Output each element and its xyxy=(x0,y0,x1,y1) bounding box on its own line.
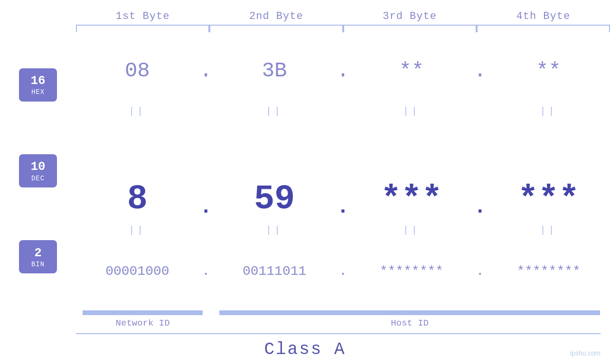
hex-val-1: 08 xyxy=(76,59,199,83)
dec-val-2: 59 xyxy=(213,180,336,219)
equals-2-4: || xyxy=(487,225,610,236)
dec-val-4: *** xyxy=(487,180,610,219)
dec-val-3: *** xyxy=(350,180,473,219)
class-label-row: Class A xyxy=(0,340,610,359)
bin-badge-label: BIN xyxy=(31,261,45,268)
equals-1-2: || xyxy=(213,106,336,117)
equals-1-4: || xyxy=(487,106,610,117)
hex-val-4: ** xyxy=(487,59,610,83)
network-bracket-line xyxy=(83,310,203,315)
bin-dot-3: . xyxy=(473,264,487,279)
dec-badge: 10 DEC xyxy=(19,154,57,187)
bin-val-3: ******** xyxy=(350,264,473,279)
bin-badge: 2 BIN xyxy=(19,240,57,273)
hex-dot-3: . xyxy=(473,59,487,83)
full-bracket-line xyxy=(76,333,601,334)
top-brackets xyxy=(76,25,610,32)
byte-header-1: 1st Byte xyxy=(76,10,209,22)
bin-dot-1: . xyxy=(199,264,213,279)
byte-header-2: 2nd Byte xyxy=(209,10,343,22)
dec-badge-label: DEC xyxy=(31,175,45,182)
full-bottom-bracket xyxy=(0,333,610,334)
bracket-byte-2 xyxy=(209,25,343,32)
network-id-label: Network ID xyxy=(116,318,170,328)
equals-1-3: || xyxy=(350,106,473,117)
host-bracket-line xyxy=(219,310,600,315)
bin-val-1: 00001000 xyxy=(76,264,199,279)
watermark: ipshu.com xyxy=(570,349,601,357)
class-label: Class A xyxy=(264,340,346,359)
dec-row: 8 . 59 . *** . *** xyxy=(76,118,610,224)
dec-dot-2: . xyxy=(336,195,350,219)
byte-header-4: 4th Byte xyxy=(477,10,610,22)
badge-column: 16 HEX 10 DEC 2 BIN xyxy=(0,32,76,309)
dec-val-1: 8 xyxy=(76,180,199,219)
bracket-byte-1 xyxy=(76,25,209,32)
network-id-bracket: Network ID xyxy=(76,310,209,328)
bin-badge-number: 2 xyxy=(34,246,42,261)
bin-val-2: 00111011 xyxy=(213,264,336,279)
equals-1-1: || xyxy=(76,106,199,117)
bracket-byte-4 xyxy=(477,25,610,32)
hex-badge-number: 16 xyxy=(30,74,45,88)
bin-val-4: ******** xyxy=(487,264,610,279)
hex-val-3: ** xyxy=(350,59,473,83)
hex-badge-label: HEX xyxy=(31,88,45,96)
equals-2-2: || xyxy=(213,225,336,236)
equals-row-1: || || || || xyxy=(76,104,610,118)
hex-dot-2: . xyxy=(336,59,350,83)
equals-2-1: || xyxy=(76,225,199,236)
bracket-byte-3 xyxy=(343,25,477,32)
bin-row: 00001000 . 00111011 . ******** . *******… xyxy=(76,238,610,305)
dec-badge-number: 10 xyxy=(30,159,45,174)
hex-val-2: 3B xyxy=(213,59,336,83)
host-id-label: Host ID xyxy=(391,318,429,328)
equals-row-2: || || || || xyxy=(76,224,610,238)
byte-header-3: 3rd Byte xyxy=(343,10,477,22)
hex-badge: 16 HEX xyxy=(19,68,57,102)
bottom-bracket-area: Network ID Host ID xyxy=(0,310,610,328)
bin-dot-2: . xyxy=(336,264,350,279)
equals-2-3: || xyxy=(350,225,473,236)
dec-dot-1: . xyxy=(199,195,213,219)
host-id-bracket: Host ID xyxy=(209,310,610,328)
main-container: 1st Byte 2nd Byte 3rd Byte 4th Byte 16 H… xyxy=(0,0,610,364)
dec-dot-3: . xyxy=(473,195,487,219)
hex-dot-1: . xyxy=(199,59,213,83)
hex-row: 08 . 3B . ** . ** xyxy=(76,37,610,104)
